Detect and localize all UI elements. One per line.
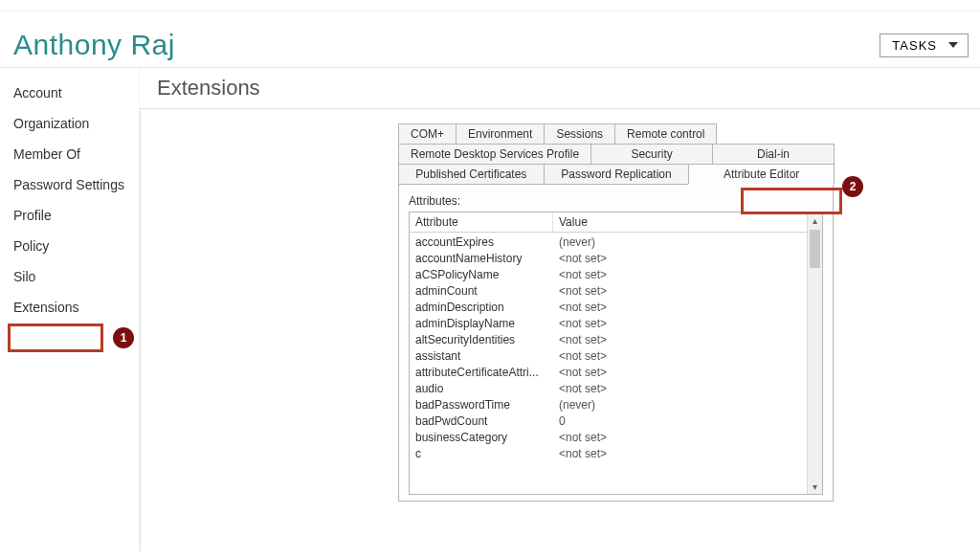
list-body[interactable]: accountExpires(never)accountNameHistory<…	[410, 234, 807, 494]
cell-attribute: altSecurityIdentities	[415, 333, 559, 346]
table-row[interactable]: adminCount<not set>	[410, 282, 807, 299]
cell-value: <not set>	[559, 268, 801, 281]
scrollbar[interactable]: ▴ ▾	[807, 212, 822, 494]
app-frame: Anthony Raj TASKS AccountOrganizationMem…	[0, 0, 980, 558]
table-row[interactable]: altSecurityIdentities<not set>	[410, 331, 807, 347]
cell-value: <not set>	[559, 366, 801, 379]
table-row[interactable]: adminDescription<not set>	[410, 299, 807, 315]
content: Extensions COM+EnvironmentSessionsRemote…	[140, 68, 980, 551]
cell-value: <not set>	[559, 382, 801, 395]
cell-value: <not set>	[559, 252, 801, 265]
section-title: Extensions	[157, 76, 980, 100]
tab-com-[interactable]: COM+	[398, 123, 457, 145]
table-row[interactable]: adminDisplayName<not set>	[410, 315, 807, 331]
cell-attribute: adminCount	[415, 284, 559, 298]
cell-value: <not set>	[559, 317, 801, 330]
top-spacer	[0, 0, 980, 11]
table-row[interactable]: accountNameHistory<not set>	[410, 250, 807, 266]
cell-attribute: attributeCertificateAttri...	[415, 366, 559, 379]
cell-value: <not set>	[559, 431, 801, 444]
cell-attribute: assistant	[415, 349, 559, 363]
cell-value: 0	[559, 414, 801, 428]
cell-attribute: audio	[415, 382, 559, 395]
scroll-down-icon[interactable]: ▾	[808, 479, 822, 494]
table-row[interactable]: c<not set>	[410, 445, 807, 461]
cell-value: <not set>	[559, 447, 801, 460]
attributes-label: Attributes:	[409, 194, 823, 208]
list-header: Attribute Value	[410, 212, 822, 233]
table-row[interactable]: badPasswordTime(never)	[410, 396, 807, 413]
cell-attribute: accountExpires	[415, 235, 559, 249]
table-row[interactable]: audio<not set>	[410, 380, 807, 396]
header: Anthony Raj TASKS	[0, 11, 980, 68]
tab-remote-control[interactable]: Remote control	[614, 123, 717, 145]
page-title: Anthony Raj	[13, 29, 175, 61]
tab-dial-in[interactable]: Dial-in	[712, 144, 835, 165]
cell-value: <not set>	[559, 349, 801, 363]
scroll-up-icon[interactable]: ▴	[808, 212, 822, 228]
table-row[interactable]: badPwdCount0	[410, 413, 807, 429]
tab-password-replication[interactable]: Password Replication	[544, 164, 690, 185]
sidebar-item-organization[interactable]: Organization	[13, 108, 139, 139]
sheet-body: Attributes: Attribute Value accountExpir…	[398, 184, 834, 502]
sidebar-item-account[interactable]: Account	[13, 78, 139, 108]
body: AccountOrganizationMember OfPassword Set…	[0, 68, 980, 551]
column-header-attribute[interactable]: Attribute	[410, 212, 553, 232]
scroll-thumb[interactable]	[810, 230, 820, 268]
column-header-value[interactable]: Value	[553, 212, 822, 232]
tab-security[interactable]: Security	[590, 144, 713, 165]
cell-attribute: c	[415, 447, 559, 460]
cell-attribute: accountNameHistory	[415, 252, 559, 265]
table-row[interactable]: attributeCertificateAttri...<not set>	[410, 364, 807, 380]
cell-value: <not set>	[559, 333, 801, 346]
cell-attribute: badPasswordTime	[415, 398, 559, 412]
sidebar-item-silo[interactable]: Silo	[13, 261, 139, 292]
cell-attribute: businessCategory	[415, 431, 559, 444]
cell-value: <not set>	[559, 284, 801, 298]
tab-attribute-editor[interactable]: Attribute Editor	[688, 164, 835, 185]
tab-row: Published CertificatesPassword Replicati…	[398, 164, 834, 184]
sidebar-item-policy[interactable]: Policy	[13, 231, 139, 261]
tasks-label: TASKS	[892, 38, 937, 53]
cell-attribute: aCSPolicyName	[415, 268, 559, 281]
tab-sessions[interactable]: Sessions	[544, 123, 615, 145]
sidebar: AccountOrganizationMember OfPassword Set…	[0, 68, 140, 551]
cell-value: <not set>	[559, 301, 801, 314]
cell-attribute: badPwdCount	[415, 414, 559, 428]
sidebar-item-password-settings[interactable]: Password Settings	[13, 169, 139, 200]
table-row[interactable]: aCSPolicyName<not set>	[410, 266, 807, 282]
table-row[interactable]: businessCategory<not set>	[410, 429, 807, 445]
attributes-list[interactable]: Attribute Value accountExpires(never)acc…	[409, 212, 823, 495]
cell-attribute: adminDescription	[415, 301, 559, 314]
tab-remote-desktop-services-profile[interactable]: Remote Desktop Services Profile	[398, 144, 591, 165]
table-row[interactable]: assistant<not set>	[410, 347, 807, 364]
property-sheet: COM+EnvironmentSessionsRemote controlRem…	[398, 123, 834, 502]
cell-value: (never)	[559, 398, 801, 412]
cell-value: (never)	[559, 235, 801, 249]
tab-rows: COM+EnvironmentSessionsRemote controlRem…	[398, 123, 834, 185]
sidebar-item-extensions[interactable]: Extensions	[13, 292, 139, 323]
tasks-dropdown[interactable]: TASKS	[880, 33, 969, 57]
tab-environment[interactable]: Environment	[456, 123, 545, 145]
tab-row: Remote Desktop Services ProfileSecurityD…	[398, 144, 834, 164]
sidebar-item-member-of[interactable]: Member Of	[13, 139, 139, 169]
sidebar-item-profile[interactable]: Profile	[13, 200, 139, 231]
tab-published-certificates[interactable]: Published Certificates	[398, 164, 545, 185]
table-row[interactable]: accountExpires(never)	[410, 234, 807, 250]
cell-attribute: adminDisplayName	[415, 317, 559, 330]
tab-row: COM+EnvironmentSessionsRemote control	[398, 123, 834, 144]
